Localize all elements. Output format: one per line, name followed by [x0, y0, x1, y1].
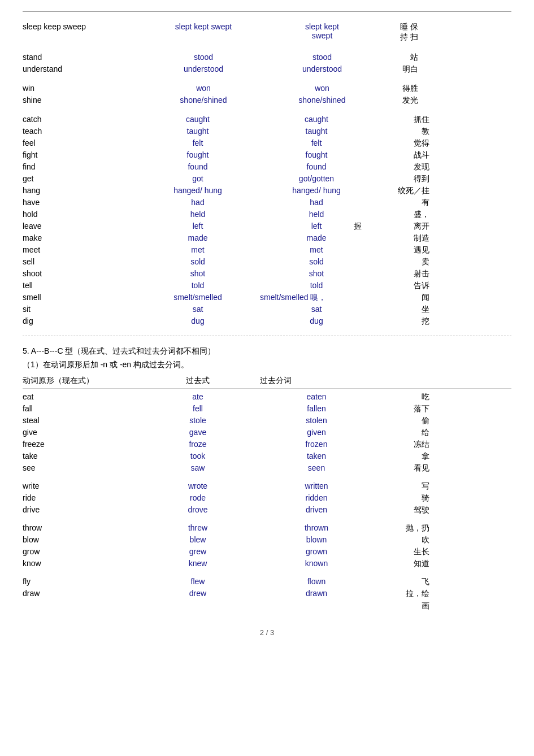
pp-see: seen — [260, 463, 373, 472]
col-header-base: 动词原形（现在式） — [23, 376, 136, 386]
zh-smell: 闻 — [373, 293, 429, 303]
base-sleep: sleep keep sweep — [23, 22, 136, 31]
pp-find: found — [260, 162, 373, 171]
zh-sit: 坐 — [373, 305, 429, 315]
zh-eat: 吃 — [373, 392, 429, 402]
zh-find: 发现 — [373, 162, 429, 172]
zh-get: 得到 — [373, 174, 429, 184]
base-win: win — [23, 84, 136, 93]
section-5-title: 5. A---B---C 型（现在式、过去式和过去分词都不相同） — [23, 346, 215, 355]
pp-hold: held — [260, 210, 373, 219]
pp-shoot: shot — [260, 269, 373, 278]
stand-group: stand stood stood 站 understand understoo… — [23, 53, 511, 76]
past-teach: taught — [136, 127, 260, 136]
base-write: write — [23, 481, 136, 490]
base-fight: fight — [23, 150, 136, 159]
base-find: find — [23, 162, 136, 171]
zh-teach: 教 — [373, 127, 429, 137]
zh-see: 看见 — [373, 463, 429, 473]
base-dig: dig — [23, 316, 136, 325]
page-number: 2 / 3 — [260, 628, 274, 637]
base-know: know — [23, 559, 136, 568]
past-fight: fought — [136, 150, 260, 159]
past-fall: fell — [136, 404, 260, 413]
base-ride: ride — [23, 493, 136, 502]
past-catch: caught — [136, 115, 260, 124]
past-stand: stood — [136, 53, 260, 62]
zh-tell: 告诉 — [373, 281, 429, 291]
base-leave: leave — [23, 221, 136, 231]
fly-group: fly flew flown 飞 draw drew drawn 拉，绘 画 — [23, 577, 511, 611]
pp-catch: caught — [260, 115, 373, 124]
base-freeze: freeze — [23, 440, 136, 449]
pp-win: won — [260, 84, 373, 93]
zh-drive: 驾驶 — [373, 505, 429, 515]
past-freeze: froze — [136, 440, 260, 449]
zh-ride: 骑 — [373, 493, 429, 503]
base-draw: draw — [23, 589, 136, 598]
zh-understand: 明白 — [373, 64, 429, 75]
pp-take: taken — [260, 451, 373, 460]
catch-group: catch caught caught 抓住 teach taught taug… — [23, 115, 511, 328]
base-meet: meet — [23, 245, 136, 254]
win-group: win won won 得胜 shine shone/shined shone/… — [23, 84, 511, 107]
pp-freeze: frozen — [260, 440, 373, 449]
base-drive: drive — [23, 505, 136, 514]
zh-freeze: 冻结 — [373, 440, 429, 450]
pp-drive: driven — [260, 505, 373, 514]
past-find: found — [136, 162, 260, 171]
zh-make: 制造 — [373, 233, 429, 244]
base-throw: throw — [23, 523, 136, 532]
write-group: write wrote written 写 ride rode ridden 骑… — [23, 481, 511, 516]
pp-understand: understood — [260, 64, 373, 73]
base-fly: fly — [23, 577, 136, 586]
pp-eat: eaten — [260, 392, 373, 401]
past-grow: grew — [136, 547, 260, 556]
pp-fight: fought — [260, 150, 373, 159]
base-catch: catch — [23, 115, 136, 124]
pp-draw: drawn — [260, 589, 373, 598]
past-draw: drew — [136, 589, 260, 598]
zh-grow: 生长 — [373, 547, 429, 557]
base-hang: hang — [23, 186, 136, 195]
zh-win: 得胜 — [373, 84, 429, 94]
zh-catch: 抓住 — [373, 115, 429, 125]
zh-hold: 盛， — [373, 210, 429, 220]
pp-blow: blown — [260, 535, 373, 544]
base-see: see — [23, 463, 136, 472]
past-give: gave — [136, 428, 260, 437]
base-hold: hold — [23, 210, 136, 219]
past-dig: dug — [136, 316, 260, 325]
zh-feel: 觉得 — [373, 138, 429, 149]
base-teach: teach — [23, 127, 136, 136]
past-know: knew — [136, 559, 260, 568]
past-sit: sat — [136, 305, 260, 314]
page-footer: 2 / 3 — [23, 628, 511, 637]
base-make: make — [23, 233, 136, 242]
base-have: have — [23, 198, 136, 207]
pp-have: had — [260, 198, 373, 207]
pp-feel: felt — [260, 138, 373, 147]
past-meet: met — [136, 245, 260, 254]
zh-fly: 飞 — [373, 577, 429, 587]
top-divider — [23, 11, 511, 12]
zh-dig: 挖 — [373, 316, 429, 327]
base-smell: smell — [23, 293, 136, 302]
zh-shine: 发光 — [373, 95, 429, 106]
past-get: got — [136, 174, 260, 183]
section-divider — [23, 336, 511, 336]
pp-smell: smelt/smelled 嗅， — [260, 293, 373, 303]
past-throw: threw — [136, 523, 260, 532]
eat-group: eat ate eaten 吃 fall fell fallen 落下 stea… — [23, 392, 511, 475]
zh-shoot: 射击 — [373, 269, 429, 279]
pp-make: made — [260, 233, 373, 242]
past-shine: shone/shined — [136, 95, 260, 105]
pp-shine: shone/shined — [260, 95, 373, 105]
past-eat: ate — [136, 392, 260, 401]
zh-give: 给 — [373, 428, 429, 438]
zh-throw: 抛，扔 — [373, 523, 429, 533]
past-feel: felt — [136, 138, 260, 147]
pp-teach: taught — [260, 127, 373, 136]
base-grow: grow — [23, 547, 136, 556]
zh-write: 写 — [373, 481, 429, 492]
